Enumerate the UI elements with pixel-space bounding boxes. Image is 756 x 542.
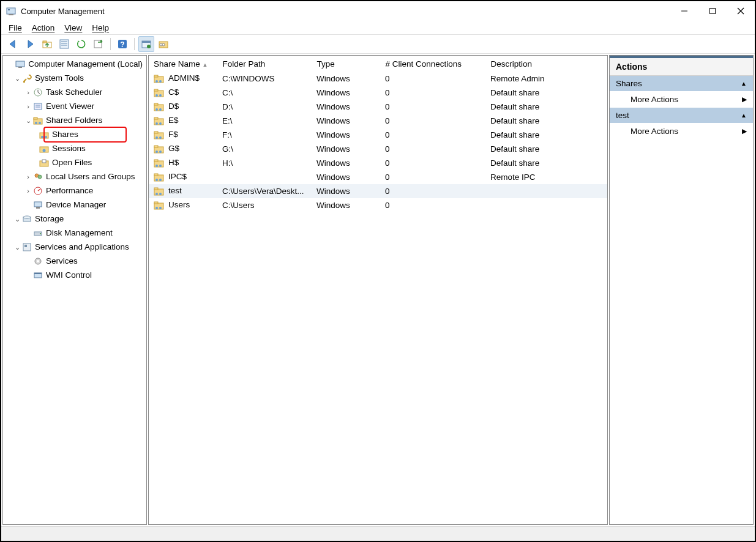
forward-button[interactable] xyxy=(22,36,38,52)
up-button[interactable] xyxy=(39,36,55,52)
svg-point-73 xyxy=(155,136,158,139)
cell-clients: 0 xyxy=(380,184,485,198)
tree-root[interactable]: Computer Management (Local) xyxy=(3,57,146,71)
expander-icon[interactable]: ⌄ xyxy=(13,72,21,85)
svg-point-20 xyxy=(160,43,162,46)
svg-rect-17 xyxy=(142,41,151,43)
table-row[interactable]: C$C:\Windows0Default share xyxy=(149,86,607,100)
shared-folder-icon xyxy=(32,115,43,126)
tree-label: Shared Folders xyxy=(46,114,102,127)
table-row[interactable]: ADMIN$C:\WINDOWSWindows0Remote Admin xyxy=(149,72,607,86)
tree-sessions[interactable]: Sessions xyxy=(3,141,146,155)
cell-clients: 0 xyxy=(380,142,485,156)
table-row[interactable]: F$F:\Windows0Default share xyxy=(149,128,607,142)
tree-performance[interactable]: › Performance xyxy=(3,184,146,198)
actions-group-shares[interactable]: Shares ▲ xyxy=(610,76,753,91)
tree-shared-folders[interactable]: ⌄ Shared Folders xyxy=(3,113,146,127)
collapse-icon: ▲ xyxy=(741,80,747,87)
cell-share-name: H$ xyxy=(149,156,217,170)
tree-label: Services xyxy=(46,254,78,268)
maximize-button[interactable] xyxy=(698,1,727,21)
tree-label: System Tools xyxy=(35,72,84,85)
cell-description xyxy=(485,198,607,212)
col-clients[interactable]: # Client Connections xyxy=(380,56,485,72)
svg-rect-24 xyxy=(23,81,25,83)
svg-rect-2 xyxy=(8,9,10,10)
chevron-right-icon: ▶ xyxy=(742,127,747,135)
col-folder-path[interactable]: Folder Path xyxy=(217,56,312,72)
actions-panel: Actions Shares ▲ More Actions ▶ test ▲ M… xyxy=(609,55,754,525)
menu-file[interactable]: File xyxy=(9,23,22,32)
table-row[interactable]: UsersC:\UsersWindows0 xyxy=(149,198,607,212)
menu-help[interactable]: Help xyxy=(92,23,109,32)
cell-description: Default share xyxy=(485,114,607,128)
col-share-name[interactable]: Share Name ▲ xyxy=(149,56,217,72)
tree-services[interactable]: Services xyxy=(3,254,146,268)
expander-icon[interactable]: › xyxy=(24,86,32,99)
svg-point-46 xyxy=(23,216,31,218)
device-icon xyxy=(32,199,43,210)
action-more-test[interactable]: More Actions ▶ xyxy=(610,123,753,139)
wmi-icon xyxy=(32,270,43,281)
cell-folder-path: F:\ xyxy=(217,128,312,142)
tree-shares[interactable]: Shares xyxy=(3,127,146,141)
menu-action[interactable]: Action xyxy=(32,23,55,32)
export-list-button[interactable] xyxy=(91,36,107,52)
toolbar: ? xyxy=(1,34,755,54)
cell-clients: 0 xyxy=(380,156,485,170)
svg-rect-54 xyxy=(34,273,42,274)
tree-storage[interactable]: ⌄ Storage xyxy=(3,212,146,226)
menu-view[interactable]: View xyxy=(64,23,82,32)
cell-description: Remote IPC xyxy=(485,170,607,184)
svg-point-62 xyxy=(159,94,162,97)
tree-wmi-control[interactable]: WMI Control xyxy=(3,268,146,282)
tree-task-scheduler[interactable]: › Task Scheduler xyxy=(3,85,146,99)
tree-label: WMI Control xyxy=(46,269,92,282)
refresh-button[interactable] xyxy=(73,36,89,52)
table-row[interactable]: G$G:\Windows0Default share xyxy=(149,142,607,156)
new-share-button[interactable] xyxy=(138,36,154,52)
cell-share-name: E$ xyxy=(149,114,217,128)
col-description[interactable]: Description xyxy=(485,56,607,72)
table-row[interactable]: H$H:\Windows0Default share xyxy=(149,156,607,170)
action-more-shares[interactable]: More Actions ▶ xyxy=(610,91,753,108)
expander-icon[interactable]: › xyxy=(24,100,32,113)
table-row[interactable]: testC:\Users\Vera\Deskt...Windows0 xyxy=(149,184,607,198)
cell-type: Windows xyxy=(312,114,380,128)
share-folder-icon xyxy=(154,102,165,112)
expander-icon[interactable]: › xyxy=(24,184,32,198)
expander-icon[interactable]: ⌄ xyxy=(24,114,32,127)
tree-open-files[interactable]: Open Files xyxy=(3,155,146,169)
help-button[interactable]: ? xyxy=(114,36,130,52)
tree-system-tools[interactable]: ⌄ System Tools xyxy=(3,71,146,85)
cell-clients: 0 xyxy=(380,100,485,114)
table-row[interactable]: IPC$Windows0Remote IPC xyxy=(149,170,607,184)
properties-button[interactable] xyxy=(56,36,72,52)
close-button[interactable] xyxy=(727,1,755,21)
minimize-button[interactable] xyxy=(670,1,698,21)
tree-panel: Computer Management (Local) ⌄ System Too… xyxy=(2,55,147,525)
table-row[interactable]: E$E:\Windows0Default share xyxy=(149,114,607,128)
all-tasks-button[interactable] xyxy=(155,36,171,52)
expander-icon[interactable]: ⌄ xyxy=(13,212,21,226)
disk-icon xyxy=(32,228,43,239)
actions-group-test[interactable]: test ▲ xyxy=(610,108,753,123)
tree-services-apps[interactable]: ⌄ Services and Applications xyxy=(3,240,146,254)
expander-icon[interactable]: › xyxy=(24,170,32,184)
tree-device-manager[interactable]: Device Manager xyxy=(3,198,146,212)
expander-icon[interactable]: ⌄ xyxy=(13,240,21,254)
tree-local-users[interactable]: › Local Users and Groups xyxy=(3,169,146,184)
svg-rect-84 xyxy=(154,174,158,176)
share-folder-icon xyxy=(154,187,165,196)
tree-disk-management[interactable]: Disk Management xyxy=(3,226,146,240)
cell-type: Windows xyxy=(312,128,380,142)
cell-share-name: test xyxy=(149,184,217,198)
svg-point-93 xyxy=(155,207,158,209)
col-type[interactable]: Type xyxy=(312,56,380,72)
tree-event-viewer[interactable]: › Event Viewer xyxy=(3,99,146,113)
tree-label: Disk Management xyxy=(46,226,113,240)
table-row[interactable]: D$D:\Windows0Default share xyxy=(149,100,607,114)
back-button[interactable] xyxy=(5,36,21,52)
svg-point-57 xyxy=(155,80,158,83)
cell-clients: 0 xyxy=(380,114,485,128)
